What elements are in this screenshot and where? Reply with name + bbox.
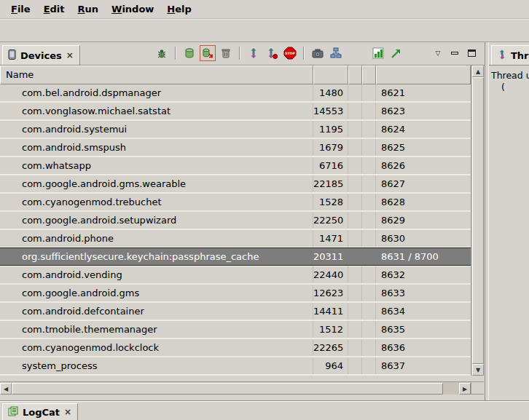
process-pid: 1195	[313, 121, 348, 138]
maximize-icon[interactable]	[464, 47, 479, 60]
devices-tab-label: Devices	[20, 50, 62, 61]
debug-process-icon[interactable]	[154, 45, 170, 61]
toolbar-separator	[303, 47, 305, 60]
scroll-up-icon[interactable]: ▲	[472, 66, 484, 77]
update-heap-icon[interactable]	[181, 45, 197, 61]
process-port: 8633	[376, 285, 471, 301]
menu-window[interactable]: Window	[105, 1, 160, 17]
horizontal-scroll-thumb[interactable]	[12, 383, 443, 395]
column-header-name[interactable]: Name	[0, 66, 313, 84]
update-threads-icon[interactable]	[246, 45, 262, 61]
method-profiling-icon[interactable]	[264, 45, 280, 61]
table-row[interactable]: com.google.android.gms.wearable 22185 86…	[0, 175, 471, 192]
column-header-blank-2[interactable]	[362, 66, 376, 84]
threads-tab-label: Threads	[511, 50, 529, 61]
close-icon[interactable]: ×	[63, 407, 72, 417]
menu-run[interactable]: Run	[71, 1, 106, 17]
dump-hprof-icon[interactable]	[200, 45, 216, 61]
column-header-pid[interactable]	[313, 66, 348, 84]
device-tab-icon	[8, 49, 17, 62]
vertical-scrollbar[interactable]: ▲ ▼	[471, 66, 484, 376]
process-port: 8635	[376, 321, 471, 338]
process-port: 8637	[376, 357, 471, 374]
process-name: com.tmobile.thememanager	[0, 321, 313, 338]
table-row[interactable]: com.google.android.gms 12623 8633	[0, 285, 471, 301]
process-port: 8630	[376, 230, 471, 247]
eclipse-ddms-window: File Edit Run Window Help Devices ×	[0, 0, 529, 420]
ui-hierarchy-icon[interactable]	[328, 45, 344, 61]
table-row[interactable]: com.cyanogenmod.lockclock 22265 8636	[0, 339, 471, 356]
process-pid: 1528	[313, 194, 348, 210]
threads-tab-icon	[497, 49, 507, 62]
table-row[interactable]: com.android.phone 1471 8630	[0, 230, 471, 247]
process-cell-blank-1	[348, 139, 362, 156]
process-cell-blank-2	[362, 194, 376, 210]
process-cell-blank-2	[362, 212, 376, 229]
table-row[interactable]: com.cyanogenmod.trebuchet 1528 8628	[0, 194, 471, 210]
process-cell-blank-2	[362, 248, 376, 265]
minimize-icon[interactable]	[447, 47, 462, 60]
process-cell-blank-1	[348, 212, 362, 229]
process-name: com.google.android.gms	[0, 285, 313, 301]
table-row[interactable]: com.android.systemui 1195 8624	[0, 121, 471, 138]
scroll-right-icon[interactable]: ▶	[459, 383, 471, 395]
process-cell-blank-1	[348, 266, 362, 283]
table-row[interactable]: com.whatsapp 6716 8626	[0, 157, 471, 174]
process-cell-blank-1	[348, 339, 362, 356]
process-port: 8629	[376, 212, 471, 229]
scroll-down-icon[interactable]: ▼	[472, 364, 484, 376]
tab-logcat[interactable]: LogCat ×	[2, 403, 78, 420]
vertical-scroll-thumb[interactable]	[472, 77, 484, 364]
screen-capture-icon[interactable]	[310, 45, 326, 61]
devices-toolbar: STOP	[154, 42, 485, 65]
process-cell-blank-1	[348, 175, 362, 192]
process-cell-blank-2	[362, 285, 376, 301]
process-pid: 20311	[313, 248, 348, 265]
tab-threads[interactable]: Threads	[491, 45, 529, 65]
process-port: 8621	[376, 84, 471, 101]
process-cell-blank-1	[348, 303, 362, 320]
table-row[interactable]: com.google.android.setupwizard 22250 862…	[0, 212, 471, 229]
process-name: com.android.systemui	[0, 121, 313, 138]
table-row[interactable]: com.android.vending 22440 8632	[0, 266, 471, 283]
view-menu-icon[interactable]: ▽	[431, 47, 445, 60]
threads-message-line-1: Thread up	[491, 70, 529, 82]
table-row[interactable]: system_process 964 8637	[0, 357, 471, 374]
table-row[interactable]: com.android.defcontainer 14411 8634	[0, 303, 471, 320]
menu-help[interactable]: Help	[160, 1, 197, 17]
stop-process-icon[interactable]: STOP	[282, 45, 298, 61]
process-pid: 964	[313, 357, 348, 374]
toolbar-separator	[239, 47, 240, 60]
tracking-arrow-icon[interactable]	[388, 45, 404, 61]
table-row[interactable]: com.android.smspush 1679 8625	[0, 139, 471, 156]
close-icon[interactable]: ×	[66, 50, 74, 60]
tab-devices[interactable]: Devices ×	[2, 45, 80, 65]
table-row[interactable]: com.tmobile.thememanager 1512 8635	[0, 321, 471, 338]
process-port: 8626	[376, 157, 471, 174]
process-cell-blank-1	[348, 248, 362, 265]
process-cell-blank-1	[348, 121, 362, 138]
process-pid: 22250	[313, 212, 348, 229]
devices-tabbar: Devices ×	[0, 42, 485, 66]
table-row[interactable]: com.bel.android.dspmanager 1480 8621	[0, 84, 471, 101]
menu-edit[interactable]: Edit	[37, 1, 71, 17]
scroll-left-icon[interactable]: ◀	[0, 383, 12, 395]
process-cell-blank-2	[362, 230, 376, 247]
threads-tabbar: Threads	[489, 42, 529, 66]
table-row[interactable]: com.vonglasow.michael.satstat 14553 8623	[0, 103, 471, 119]
heap-columns-icon[interactable]	[370, 45, 386, 61]
process-name: com.cyanogenmod.trebuchet	[0, 194, 313, 210]
cause-gc-icon[interactable]	[218, 45, 234, 61]
process-cell-blank-2	[362, 357, 376, 374]
table-rows: com.bel.android.dspmanager 1480 8621 com…	[0, 84, 471, 376]
column-header-port[interactable]	[376, 66, 471, 84]
process-cell-blank-1	[348, 230, 362, 247]
column-header-blank-1[interactable]	[348, 66, 362, 84]
horizontal-scrollbar[interactable]: ◀ ▶	[0, 381, 471, 395]
process-name: com.google.android.setupwizard	[0, 212, 313, 229]
devices-panel: Devices ×	[0, 42, 485, 400]
process-cell-blank-2	[362, 339, 376, 356]
table-row[interactable]: org.sufficientlysecure.keychain:passphra…	[0, 248, 471, 265]
svg-text:STOP: STOP	[285, 52, 295, 55]
menu-file[interactable]: File	[4, 1, 37, 17]
